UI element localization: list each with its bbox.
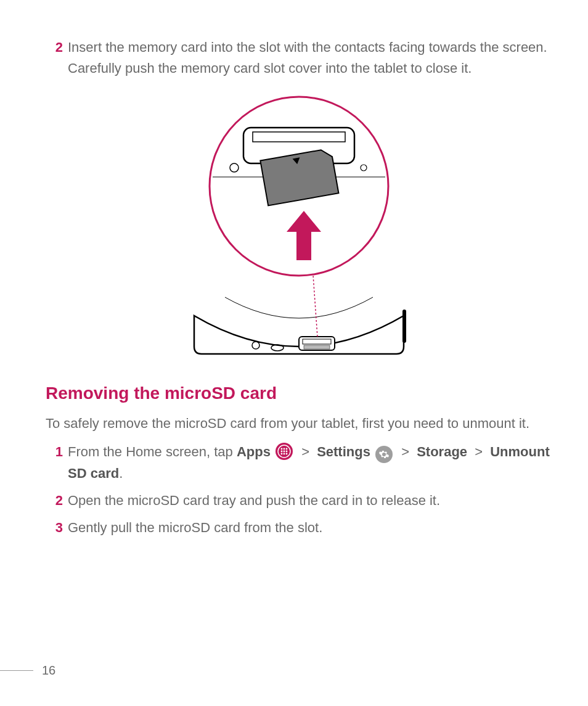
separator-gt: > bbox=[301, 444, 309, 459]
section-intro: To safely remove the microSD card from y… bbox=[46, 413, 552, 434]
svg-point-23 bbox=[281, 453, 283, 455]
apps-icon bbox=[276, 443, 293, 460]
step-number: 2 bbox=[46, 490, 68, 511]
step-text: From the Home screen, tap Apps > Setting… bbox=[68, 441, 552, 484]
instruction-step: 2 Insert the memory card into the slot w… bbox=[46, 37, 552, 79]
storage-label: Storage bbox=[417, 444, 467, 459]
separator-gt: > bbox=[475, 444, 483, 459]
step-text: Insert the memory card into the slot wit… bbox=[68, 37, 552, 79]
svg-point-19 bbox=[286, 448, 288, 450]
svg-line-6 bbox=[312, 266, 317, 337]
svg-point-20 bbox=[281, 451, 283, 453]
page: 2 Insert the memory card into the slot w… bbox=[0, 0, 588, 706]
svg-point-18 bbox=[284, 448, 285, 450]
step-text: Gently pull the microSD card from the sl… bbox=[68, 517, 552, 538]
instruction-step: 2 Open the microSD card tray and push th… bbox=[46, 490, 552, 511]
svg-rect-5 bbox=[304, 345, 330, 349]
section-heading: Removing the microSD card bbox=[46, 384, 552, 403]
instruction-step: 3 Gently pull the microSD card from the … bbox=[46, 517, 552, 538]
settings-gear-icon bbox=[375, 446, 393, 463]
figure-insert-sd bbox=[46, 94, 552, 361]
svg-point-24 bbox=[284, 453, 285, 455]
svg-point-17 bbox=[281, 448, 283, 450]
apps-label: Apps bbox=[237, 444, 271, 459]
page-number-line bbox=[0, 670, 33, 671]
period: . bbox=[119, 466, 123, 481]
instruction-step: 1 From the Home screen, tap Apps > Setti… bbox=[46, 441, 552, 484]
page-number-bar: 16 bbox=[0, 663, 55, 678]
step-number: 3 bbox=[46, 517, 68, 538]
separator-gt: > bbox=[401, 444, 409, 459]
svg-point-21 bbox=[284, 451, 285, 453]
sd-card-diagram-icon bbox=[169, 94, 428, 359]
svg-point-25 bbox=[286, 453, 288, 455]
step1-prefix: From the Home screen, tap bbox=[68, 444, 237, 459]
step-number: 2 bbox=[46, 37, 68, 58]
page-number: 16 bbox=[33, 663, 55, 678]
step-number: 1 bbox=[46, 441, 68, 462]
svg-point-22 bbox=[286, 451, 288, 453]
svg-rect-0 bbox=[402, 310, 406, 343]
settings-label: Settings bbox=[317, 444, 370, 459]
step-text: Open the microSD card tray and push the … bbox=[68, 490, 552, 511]
